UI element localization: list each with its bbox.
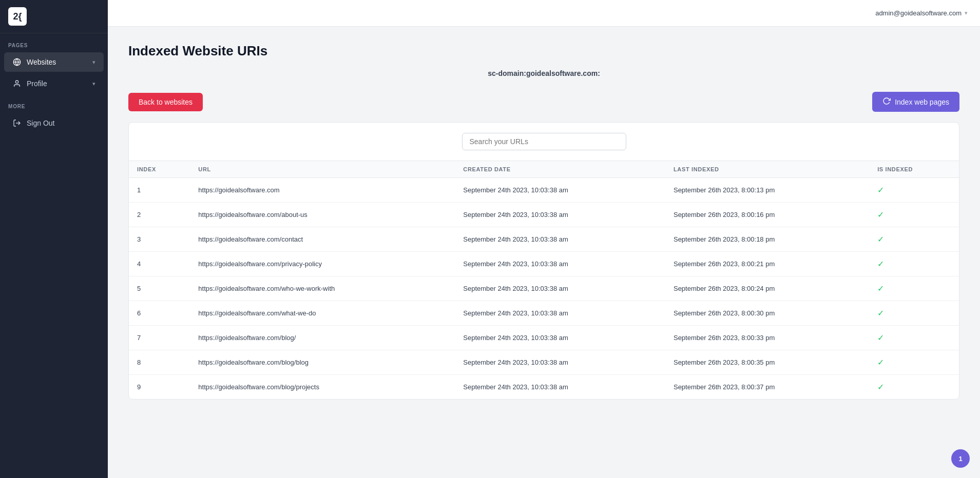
cell-url: https://goidealsoftware.com/contact	[190, 227, 455, 252]
check-icon: ✓	[877, 358, 884, 367]
table-row: 8 https://goidealsoftware.com/blog/blog …	[129, 350, 959, 375]
check-icon: ✓	[877, 210, 884, 219]
table-row: 5 https://goidealsoftware.com/who-we-wor…	[129, 276, 959, 301]
main-area: admin@goidealsoftware.com ▾ Indexed Webs…	[108, 0, 980, 478]
globe-icon	[12, 57, 22, 67]
notification-badge[interactable]: 1	[951, 449, 970, 468]
check-icon: ✓	[877, 333, 884, 342]
app-logo: 2{	[8, 7, 27, 26]
cell-is-indexed: ✓	[869, 326, 959, 350]
col-index: INDEX	[129, 161, 190, 178]
cell-index: 1	[129, 178, 190, 203]
col-last-indexed: LAST INDEXED	[665, 161, 869, 178]
cell-url: https://goidealsoftware.com/about-us	[190, 203, 455, 227]
user-email: admin@goidealsoftware.com	[875, 9, 962, 17]
cell-created: September 24th 2023, 10:03:38 am	[455, 252, 665, 276]
table-row: 2 https://goidealsoftware.com/about-us S…	[129, 203, 959, 227]
cell-is-indexed: ✓	[869, 203, 959, 227]
chevron-down-icon: ▾	[92, 81, 95, 87]
cell-created: September 24th 2023, 10:03:38 am	[455, 326, 665, 350]
col-created: CREATED DATE	[455, 161, 665, 178]
cell-last-indexed: September 26th 2023, 8:00:35 pm	[665, 350, 869, 375]
cell-url: https://goidealsoftware.com/blog/blog	[190, 350, 455, 375]
table-row: 1 https://goidealsoftware.com September …	[129, 178, 959, 203]
more-section-label: More	[0, 94, 108, 112]
sidebar-item-signout-label: Sign Out	[27, 119, 54, 127]
index-web-pages-label: Index web pages	[895, 98, 949, 106]
actions-row: Back to websites Index web pages	[128, 92, 959, 112]
table-row: 4 https://goidealsoftware.com/privacy-po…	[129, 252, 959, 276]
search-row	[129, 123, 959, 161]
cell-is-indexed: ✓	[869, 178, 959, 203]
domain-label: sc-domain:goidealsoftware.com:	[128, 69, 959, 77]
user-menu[interactable]: admin@goidealsoftware.com ▾	[875, 9, 968, 17]
cell-last-indexed: September 26th 2023, 8:00:33 pm	[665, 326, 869, 350]
cell-last-indexed: September 26th 2023, 8:00:16 pm	[665, 203, 869, 227]
check-icon: ✓	[877, 186, 884, 194]
cell-created: September 24th 2023, 10:03:38 am	[455, 375, 665, 400]
pages-section-label: Pages	[0, 33, 108, 51]
page-title: Indexed Website URIs	[128, 43, 959, 59]
cell-created: September 24th 2023, 10:03:38 am	[455, 203, 665, 227]
cell-last-indexed: September 26th 2023, 8:00:30 pm	[665, 301, 869, 326]
cell-is-indexed: ✓	[869, 375, 959, 400]
topbar: admin@goidealsoftware.com ▾	[108, 0, 980, 27]
cell-index: 3	[129, 227, 190, 252]
sidebar-item-websites[interactable]: Websites ▾	[4, 52, 104, 72]
table-row: 3 https://goidealsoftware.com/contact Se…	[129, 227, 959, 252]
cell-is-indexed: ✓	[869, 227, 959, 252]
signout-icon	[12, 118, 22, 128]
cell-index: 5	[129, 276, 190, 301]
check-icon: ✓	[877, 383, 884, 391]
cell-url: https://goidealsoftware.com/blog/project…	[190, 375, 455, 400]
cell-url: https://goidealsoftware.com	[190, 178, 455, 203]
cell-is-indexed: ✓	[869, 350, 959, 375]
col-is-indexed: IS INDEXED	[869, 161, 959, 178]
table-header: INDEX URL CREATED DATE LAST INDEXED IS I…	[129, 161, 959, 178]
search-input[interactable]	[462, 133, 626, 150]
svg-point-2	[15, 81, 18, 83]
cell-is-indexed: ✓	[869, 252, 959, 276]
col-url: URL	[190, 161, 455, 178]
table-body: 1 https://goidealsoftware.com September …	[129, 178, 959, 400]
cell-created: September 24th 2023, 10:03:38 am	[455, 301, 665, 326]
cell-last-indexed: September 26th 2023, 8:00:24 pm	[665, 276, 869, 301]
back-to-websites-button[interactable]: Back to websites	[128, 93, 203, 111]
cell-index: 6	[129, 301, 190, 326]
index-web-pages-button[interactable]: Index web pages	[872, 92, 959, 112]
table-row: 9 https://goidealsoftware.com/blog/proje…	[129, 375, 959, 400]
cell-index: 8	[129, 350, 190, 375]
sidebar-item-websites-label: Websites	[27, 58, 56, 66]
url-table: INDEX URL CREATED DATE LAST INDEXED IS I…	[129, 161, 959, 399]
cell-url: https://goidealsoftware.com/what-we-do	[190, 301, 455, 326]
cell-last-indexed: September 26th 2023, 8:00:37 pm	[665, 375, 869, 400]
cell-last-indexed: September 26th 2023, 8:00:13 pm	[665, 178, 869, 203]
table-row: 7 https://goidealsoftware.com/blog/ Sept…	[129, 326, 959, 350]
cell-created: September 24th 2023, 10:03:38 am	[455, 276, 665, 301]
sidebar-item-profile[interactable]: Profile ▾	[4, 74, 104, 93]
content-area: Indexed Website URIs sc-domain:goidealso…	[108, 27, 980, 478]
cell-index: 2	[129, 203, 190, 227]
check-icon: ✓	[877, 284, 884, 293]
cell-index: 7	[129, 326, 190, 350]
sidebar: 2{ Pages Websites ▾ Profile ▾ More Sign …	[0, 0, 108, 478]
url-table-container: INDEX URL CREATED DATE LAST INDEXED IS I…	[128, 122, 959, 400]
sidebar-item-signout[interactable]: Sign Out	[4, 113, 104, 133]
chevron-down-icon: ▾	[965, 10, 968, 16]
cell-url: https://goidealsoftware.com/blog/	[190, 326, 455, 350]
cell-index: 9	[129, 375, 190, 400]
sidebar-item-profile-label: Profile	[27, 79, 47, 88]
cell-url: https://goidealsoftware.com/who-we-work-…	[190, 276, 455, 301]
cell-url: https://goidealsoftware.com/privacy-poli…	[190, 252, 455, 276]
cell-index: 4	[129, 252, 190, 276]
check-icon: ✓	[877, 309, 884, 317]
cell-last-indexed: September 26th 2023, 8:00:18 pm	[665, 227, 869, 252]
refresh-icon	[882, 97, 891, 107]
cell-is-indexed: ✓	[869, 276, 959, 301]
table-row: 6 https://goidealsoftware.com/what-we-do…	[129, 301, 959, 326]
logo-area: 2{	[0, 0, 108, 33]
chevron-down-icon: ▾	[92, 59, 95, 66]
check-icon: ✓	[877, 260, 884, 268]
user-icon	[12, 79, 22, 88]
cell-last-indexed: September 26th 2023, 8:00:21 pm	[665, 252, 869, 276]
